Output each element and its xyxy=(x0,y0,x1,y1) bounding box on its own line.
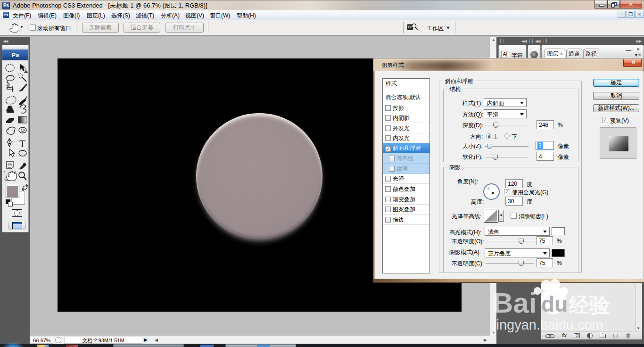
svg-text:T: T xyxy=(19,138,25,149)
